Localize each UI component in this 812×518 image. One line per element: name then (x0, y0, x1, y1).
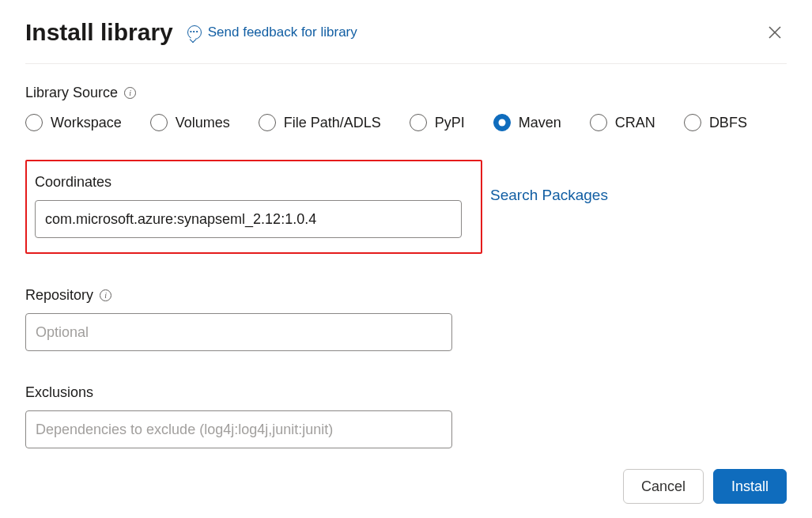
exclusions-label: Exclusions (25, 384, 787, 401)
repository-section: Repository i (25, 287, 787, 351)
coordinates-section: Coordinates Search Packages (25, 131, 787, 254)
dialog-header: Install library ••• Send feedback for li… (25, 19, 787, 64)
radio-label: CRAN (615, 115, 655, 131)
send-feedback-link[interactable]: ••• Send feedback for library (187, 25, 357, 40)
radio-label: Maven (519, 115, 561, 131)
coordinates-label: Coordinates (35, 174, 473, 191)
feedback-label: Send feedback for library (208, 25, 357, 40)
radio-icon (150, 114, 168, 131)
library-source-radio-group: Workspace Volumes File Path/ADLS PyPI Ma… (25, 114, 787, 131)
radio-label: Volumes (176, 115, 230, 131)
exclusions-input[interactable] (25, 410, 452, 448)
radio-option-workspace[interactable]: Workspace (25, 114, 122, 131)
radio-label: DBFS (709, 115, 747, 131)
repository-input[interactable] (25, 313, 452, 351)
radio-label: File Path/ADLS (284, 115, 381, 131)
header-left: Install library ••• Send feedback for li… (25, 19, 357, 46)
dialog-footer: Cancel Install (623, 469, 787, 504)
radio-icon (25, 114, 43, 131)
radio-icon (259, 114, 276, 131)
dialog-title: Install library (25, 19, 173, 46)
coordinates-highlight: Coordinates (25, 160, 482, 254)
search-packages-link[interactable]: Search Packages (490, 187, 608, 204)
info-icon[interactable]: i (100, 289, 111, 301)
radio-icon (410, 114, 427, 131)
radio-icon (684, 114, 701, 131)
radio-option-cran[interactable]: CRAN (590, 114, 655, 131)
exclusions-section: Exclusions (25, 384, 787, 448)
repository-label: Repository (25, 287, 93, 304)
feedback-icon: ••• (187, 25, 202, 40)
library-source-label: Library Source (25, 85, 118, 101)
radio-label: PyPI (435, 115, 465, 131)
radio-option-volumes[interactable]: Volumes (150, 114, 230, 131)
radio-option-pypi[interactable]: PyPI (410, 114, 465, 131)
radio-icon (493, 114, 511, 131)
close-button[interactable] (763, 21, 787, 44)
cancel-button[interactable]: Cancel (623, 469, 704, 504)
coordinates-input[interactable] (35, 200, 462, 238)
radio-option-dbfs[interactable]: DBFS (684, 114, 747, 131)
radio-label: Workspace (51, 115, 122, 131)
install-button[interactable]: Install (713, 469, 787, 504)
library-source-label-row: Library Source i (25, 85, 787, 101)
close-icon (768, 25, 782, 40)
radio-option-maven[interactable]: Maven (493, 114, 561, 131)
info-icon[interactable]: i (124, 87, 136, 99)
radio-icon (590, 114, 607, 131)
radio-option-filepath[interactable]: File Path/ADLS (259, 114, 381, 131)
